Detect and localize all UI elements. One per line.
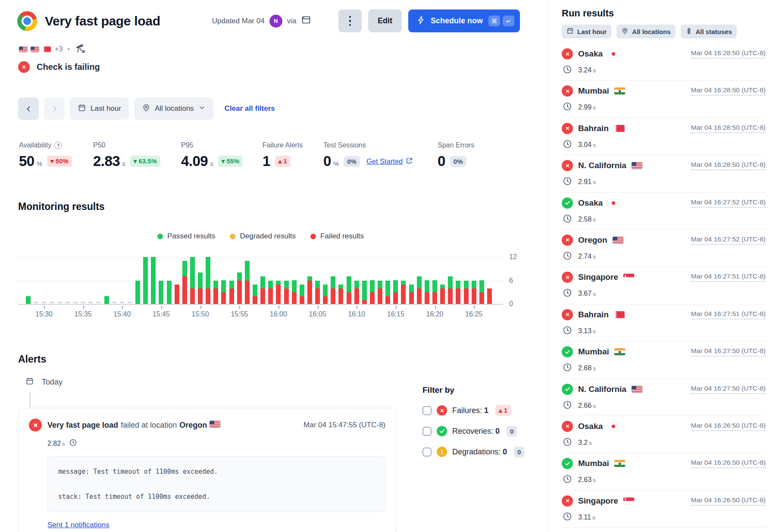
passed-bar[interactable] <box>237 272 242 280</box>
failed-bar[interactable] <box>292 292 297 304</box>
passed-bar[interactable] <box>300 285 304 296</box>
failed-bar[interactable] <box>479 292 484 304</box>
failed-bar[interactable] <box>425 292 429 304</box>
failed-bar[interactable] <box>432 292 437 304</box>
passed-bar[interactable] <box>26 296 31 304</box>
failed-bar[interactable] <box>456 288 460 304</box>
passed-bar[interactable] <box>354 281 359 288</box>
failed-bar[interactable] <box>347 292 351 304</box>
run-timestamp-link[interactable]: Mar 04 16:27:52 (UTC-8) <box>691 235 766 245</box>
failed-bar[interactable] <box>284 288 289 304</box>
passed-bar[interactable] <box>213 281 218 288</box>
passed-bar[interactable] <box>432 280 437 292</box>
run-timestamp-link[interactable]: Mar 04 16:26:50 (UTC-8) <box>691 459 766 468</box>
failed-bar[interactable] <box>393 292 398 304</box>
passed-bar[interactable] <box>182 261 187 276</box>
failed-bar[interactable] <box>175 285 179 304</box>
failed-bar[interactable] <box>237 281 242 304</box>
run-timestamp-link[interactable]: Mar 04 16:27:51 (UTC-8) <box>691 272 766 282</box>
failed-bar[interactable] <box>198 288 203 304</box>
failed-bar[interactable] <box>417 288 422 304</box>
run-timestamp-link[interactable]: Mar 04 16:27:52 (UTC-8) <box>691 198 766 208</box>
passed-bar[interactable] <box>338 285 343 288</box>
help-icon[interactable]: ? <box>54 141 62 149</box>
run-timestamp-link[interactable]: Mar 04 16:28:50 (UTC-8) <box>691 161 766 170</box>
checkbox-failures[interactable] <box>422 406 432 415</box>
failed-bar[interactable] <box>464 288 469 304</box>
failed-bar[interactable] <box>307 281 312 304</box>
notifications-link[interactable]: Sent 1 notifications <box>47 521 110 529</box>
passed-bar[interactable] <box>276 281 281 285</box>
passed-bar[interactable] <box>284 281 289 288</box>
run-timestamp-link[interactable]: Mar 04 16:26:50 (UTC-8) <box>691 496 766 506</box>
failed-bar[interactable] <box>440 288 445 304</box>
failed-bar[interactable] <box>323 296 328 304</box>
passed-bar[interactable] <box>159 281 163 304</box>
passed-bar[interactable] <box>307 276 312 280</box>
failed-bar[interactable] <box>213 288 218 304</box>
passed-bar[interactable] <box>417 276 422 288</box>
passed-bar[interactable] <box>268 281 273 288</box>
failed-bar[interactable] <box>354 288 359 304</box>
failed-bar[interactable] <box>253 296 257 304</box>
previous-period-button[interactable] <box>18 97 39 120</box>
failed-bar[interactable] <box>245 281 250 304</box>
run-timestamp-link[interactable]: Mar 04 16:28:50 (UTC-8) <box>691 49 766 59</box>
failed-bar[interactable] <box>229 288 234 304</box>
passed-bar[interactable] <box>323 285 328 296</box>
failed-bar[interactable] <box>268 288 273 304</box>
passed-bar[interactable] <box>167 281 172 304</box>
passed-bar[interactable] <box>456 281 460 288</box>
passed-bar[interactable] <box>190 257 195 288</box>
passed-bar[interactable] <box>135 281 140 304</box>
failed-bar[interactable] <box>260 288 265 304</box>
passed-bar[interactable] <box>221 280 226 292</box>
passed-bar[interactable] <box>104 296 109 304</box>
failed-bar[interactable] <box>338 288 343 304</box>
passed-bar[interactable] <box>206 257 210 288</box>
run-result-row[interactable]: Mumbai Mar 04 16:26:50 (UTC-8) 2.63s <box>562 453 766 490</box>
passed-bar[interactable] <box>409 285 414 292</box>
run-filter-badge[interactable]: All locations <box>616 25 675 38</box>
failed-bar[interactable] <box>190 288 195 304</box>
passed-bar[interactable] <box>151 257 156 304</box>
failed-bar[interactable] <box>315 288 320 304</box>
passed-bar[interactable] <box>464 281 469 288</box>
passed-bar[interactable] <box>393 280 398 292</box>
passed-bar[interactable] <box>198 272 203 288</box>
passed-bar[interactable] <box>229 281 234 288</box>
failed-bar[interactable] <box>221 292 226 304</box>
passed-bar[interactable] <box>401 281 406 285</box>
schedule-now-button[interactable]: Schedule now ⌘↵ <box>408 9 520 32</box>
failed-bar[interactable] <box>385 296 390 304</box>
run-timestamp-link[interactable]: Mar 04 16:28:50 (UTC-8) <box>691 86 766 96</box>
run-filter-badge[interactable]: Last hour <box>562 25 611 38</box>
failed-bar[interactable] <box>487 288 492 304</box>
run-result-row[interactable]: N. California Mar 04 16:27:50 (UTC-8) 2.… <box>562 379 766 416</box>
run-result-row[interactable]: Mumbai Mar 04 16:28:50 (UTC-8) 2.99s <box>562 81 766 118</box>
run-result-row[interactable]: Mumbai Mar 04 16:27:50 (UTC-8) 2.68s <box>562 341 766 379</box>
run-timestamp-link[interactable]: Mar 04 16:27:51 (UTC-8) <box>691 310 766 319</box>
run-result-row[interactable]: Osaka Mar 04 16:26:50 (UTC-8) 3.2s <box>562 416 766 453</box>
passed-bar[interactable] <box>425 280 429 292</box>
get-started-link[interactable]: Get Started <box>366 157 413 166</box>
passed-bar[interactable] <box>370 280 375 292</box>
passed-bar[interactable] <box>315 281 320 288</box>
failed-bar[interactable] <box>206 288 210 304</box>
failed-bar[interactable] <box>276 285 281 304</box>
failed-bar[interactable] <box>378 288 382 304</box>
passed-bar[interactable] <box>292 280 297 292</box>
next-period-button[interactable] <box>44 97 65 120</box>
run-result-row[interactable]: Osaka Mar 04 16:27:52 (UTC-8) 2.58s <box>562 193 766 230</box>
failed-bar[interactable] <box>331 288 335 304</box>
run-timestamp-link[interactable]: Mar 04 16:28:50 (UTC-8) <box>691 124 766 133</box>
passed-bar[interactable] <box>440 285 445 288</box>
passed-bar[interactable] <box>347 276 351 292</box>
failed-bar[interactable] <box>370 292 375 304</box>
run-result-row[interactable]: N. California Mar 04 16:28:50 (UTC-8) 2.… <box>562 155 766 192</box>
run-filter-badge[interactable]: All statuses <box>681 25 737 38</box>
passed-bar[interactable] <box>331 276 335 288</box>
run-result-row[interactable]: Bahrain Mar 04 16:28:50 (UTC-8) 3.04s <box>562 118 766 155</box>
failed-bar[interactable] <box>448 288 453 304</box>
run-result-row[interactable]: Bahrain Mar 04 16:27:51 (UTC-8) 3.13s <box>562 304 766 341</box>
